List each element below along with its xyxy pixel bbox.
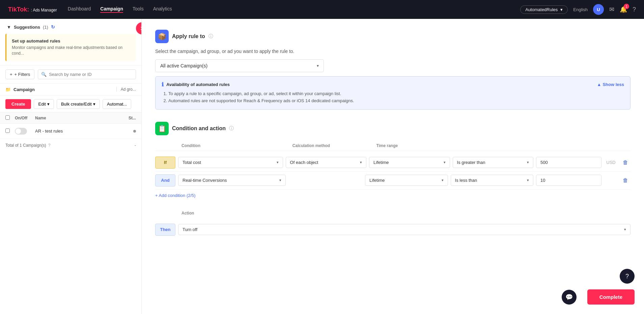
condition-icon-glyph: 📋 xyxy=(158,124,166,133)
filters-button[interactable]: + + Filters xyxy=(5,69,34,79)
condition-1-dropdown[interactable]: Total cost ▾ xyxy=(178,157,283,168)
campaign-dropdown-value: All active Campaign(s) xyxy=(160,63,207,68)
apply-rule-title: Apply rule to xyxy=(172,33,205,39)
complete-button[interactable]: Complete xyxy=(587,289,635,305)
search-input[interactable] xyxy=(38,69,136,79)
account-switcher[interactable]: AutomatedRules ▾ xyxy=(520,5,568,14)
mail-icon[interactable]: ✉ xyxy=(609,6,614,13)
show-less-button[interactable]: ▲ Show less xyxy=(597,82,624,87)
chat-float-icon: 💬 xyxy=(565,293,573,301)
bulk-label: Bulk create/Edit xyxy=(61,102,92,107)
logo-subtitle: : Ads Manager xyxy=(31,8,57,12)
row-checkbox[interactable] xyxy=(5,129,10,133)
automated-button[interactable]: Automat... xyxy=(103,99,131,109)
condition-row-1: If Total cost ▾ Of each object ▾ Lifetim… xyxy=(155,154,631,172)
logo-tiktok: TikTok xyxy=(8,6,27,13)
apply-rule-help-icon[interactable]: ⓘ xyxy=(208,33,213,39)
operator-1-arrow: ▾ xyxy=(527,160,529,165)
col-status-header: St... xyxy=(116,116,136,120)
time-range-1-arrow: ▾ xyxy=(444,160,446,165)
app-logo: TikTok: : Ads Manager xyxy=(8,6,57,13)
select-all-checkbox[interactable] xyxy=(5,115,10,120)
adgroup-label: Ad gro... xyxy=(116,87,136,92)
info-item-1: To apply a rule to a specific campaign, … xyxy=(168,90,624,97)
language-selector[interactable]: English xyxy=(573,7,588,12)
apply-rule-icon: 📦 xyxy=(155,30,169,43)
col-calc-header: Calculation method xyxy=(292,143,374,148)
campaign-toggle[interactable] xyxy=(15,128,27,135)
apply-rule-subtitle: Select the campaign, ad group, or ad you… xyxy=(155,49,631,54)
operator-2-arrow: ▾ xyxy=(527,178,529,182)
total-dash: - xyxy=(135,143,136,148)
table-row: AR - test rules xyxy=(0,124,141,139)
logo-dot: : xyxy=(27,6,29,13)
search-wrapper: 🔍 xyxy=(38,69,136,79)
col-onoff-header: On/Off xyxy=(15,116,35,120)
notifications-icon[interactable]: 🔔 1 xyxy=(620,6,627,13)
refresh-icon[interactable]: ↻ xyxy=(51,24,55,30)
suggestion-card: Set up automated rules Monitor campaigns… xyxy=(5,34,136,61)
calc-method-1-arrow: ▾ xyxy=(360,160,362,165)
search-icon: 🔍 xyxy=(41,72,47,77)
calc-method-1-value: Of each object xyxy=(290,160,318,165)
avatar[interactable]: U xyxy=(593,4,604,15)
condition-col-headers: Condition Calculation method Time range xyxy=(155,141,631,151)
value-1-input[interactable] xyxy=(536,157,601,168)
nav-campaign[interactable]: Campaign xyxy=(100,6,123,13)
value-2-input[interactable] xyxy=(536,175,601,186)
folder-icon: 📁 xyxy=(5,87,11,92)
operator-2-value: Is less than xyxy=(455,178,477,183)
delete-row-1-button[interactable]: 🗑 xyxy=(620,160,631,166)
condition-row-2: And Real-time Conversions ▾ Lifetime ▾ I… xyxy=(155,172,631,190)
info-icon: ℹ xyxy=(162,81,164,88)
condition-action-title: Condition and action xyxy=(172,125,226,132)
if-badge: If xyxy=(155,156,175,169)
edit-arrow: ▾ xyxy=(47,102,50,107)
filter-label: + Filters xyxy=(15,72,30,77)
suggestion-desc: Monitor campaigns and make real-time adj… xyxy=(12,45,131,56)
action-label-header: Action xyxy=(181,211,194,216)
help-float-button[interactable]: ? xyxy=(620,269,635,284)
operator-2-dropdown[interactable]: Is less than ▾ xyxy=(451,175,533,186)
sidebar: ✕ ▼ Suggestions (1) ↻ Set up automated r… xyxy=(0,19,142,314)
time-range-2-arrow: ▾ xyxy=(442,178,444,182)
info-box: ℹ Availability of automated rules ▲ Show… xyxy=(155,76,631,110)
bulk-arrow: ▾ xyxy=(93,102,95,107)
create-button[interactable]: Create xyxy=(5,99,31,109)
and-badge: And xyxy=(155,174,175,187)
status-dot xyxy=(133,130,136,133)
condition-action-title-row: 📋 Condition and action ⓘ xyxy=(155,122,631,135)
help-circle: ? xyxy=(48,143,51,148)
bulk-button[interactable]: Bulk create/Edit ▾ xyxy=(57,99,100,109)
calc-method-1-dropdown[interactable]: Of each object ▾ xyxy=(286,157,366,168)
add-condition-button[interactable]: + Add condition (2/5) xyxy=(155,190,631,201)
time-range-1-dropdown[interactable]: Lifetime ▾ xyxy=(369,157,450,168)
currency-1-label: USD xyxy=(604,160,618,165)
condition-2-value: Real-time Conversions xyxy=(183,178,227,183)
action-value: Turn off xyxy=(183,227,197,232)
nav-dashboard[interactable]: Dashboard xyxy=(68,6,91,13)
suggestions-header: ▼ Suggestions (1) ↻ xyxy=(0,19,141,34)
condition-1-value: Total cost xyxy=(183,160,201,165)
campaign-section-header: 📁 Campaign Ad gro... xyxy=(0,84,141,96)
time-range-2-dropdown[interactable]: Lifetime ▾ xyxy=(365,175,448,186)
campaign-dropdown-arrow: ▾ xyxy=(317,63,319,68)
apply-rule-title-row: 📦 Apply rule to ⓘ xyxy=(155,30,631,43)
nav-tools[interactable]: Tools xyxy=(133,6,144,13)
chat-float-button[interactable]: 💬 xyxy=(562,290,577,305)
campaign-section-label: Campaign xyxy=(13,87,35,92)
campaign-dropdown[interactable]: All active Campaign(s) ▾ xyxy=(155,59,324,72)
add-condition-label: + Add condition (2/5) xyxy=(155,193,196,198)
help-icon[interactable]: ? xyxy=(633,6,636,13)
col-condition-header: Condition xyxy=(181,143,290,148)
action-dropdown[interactable]: Turn off ▾ xyxy=(178,224,631,235)
edit-button[interactable]: Edit ▾ xyxy=(34,99,54,109)
operator-1-dropdown[interactable]: Is greater than ▾ xyxy=(453,157,533,168)
condition-action-help-icon[interactable]: ⓘ xyxy=(229,125,234,132)
top-right-controls: AutomatedRules ▾ English U ✉ 🔔 1 ? xyxy=(520,4,636,15)
condition-2-dropdown[interactable]: Real-time Conversions ▾ xyxy=(178,175,286,186)
main-content: 📦 Apply rule to ⓘ Select the campaign, a… xyxy=(142,19,644,314)
nav-analytics[interactable]: Analytics xyxy=(153,6,172,13)
page-layout: ✕ ▼ Suggestions (1) ↻ Set up automated r… xyxy=(0,19,644,314)
delete-row-2-button[interactable]: 🗑 xyxy=(620,177,631,183)
